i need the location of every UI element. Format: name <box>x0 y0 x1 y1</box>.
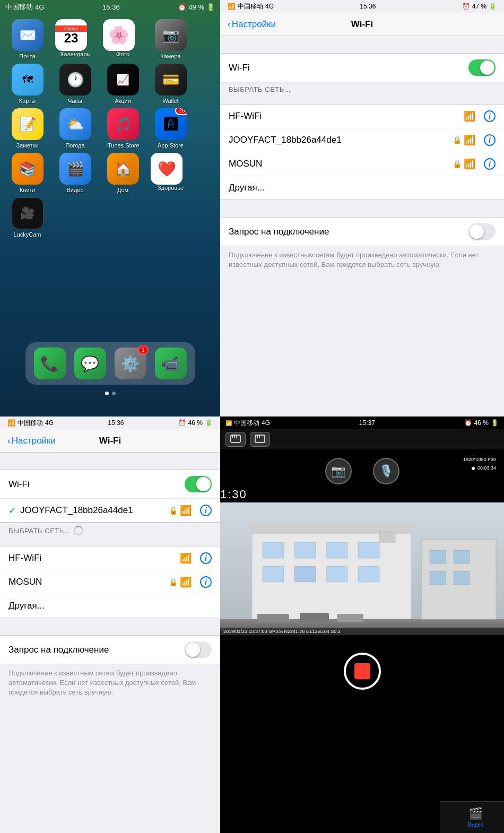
camera-tabbar: 🎬 Видео 📷 Камеры 📁 Папки ⚙️ Настройка <box>440 801 504 833</box>
app-weather[interactable]: ⛅ Погода <box>55 108 95 149</box>
svg-rect-27 <box>454 571 470 585</box>
svg-rect-26 <box>430 571 446 585</box>
photo-capture-btn[interactable]: 📷 <box>325 458 352 484</box>
status-bar: 📶 中国移动 4G 15:36 ⏰ 46 % 🔋 <box>0 416 220 429</box>
app-luckycam[interactable]: 🎥 LuckyCam <box>7 197 47 238</box>
network-info-button[interactable]: i <box>484 134 496 146</box>
network-label: 4G <box>35 3 44 11</box>
network-row-hfwifi[interactable]: HF-WiFi 📶 i <box>0 546 220 570</box>
dock-settings[interactable]: ⚙️ 1 <box>115 348 146 379</box>
back-button[interactable]: ‹ Настройки <box>228 19 276 30</box>
ask-join-note: Подключение к известным сетям будет прои… <box>220 246 504 276</box>
camera-toolbar <box>220 429 504 449</box>
wifi-toggle[interactable] <box>468 59 496 76</box>
clock-label: 15:36 <box>102 3 120 11</box>
connected-ssid: JOOYFACT_18bb26a44de1 <box>20 505 169 516</box>
settings-badge: 1 <box>138 345 149 354</box>
network-row-other[interactable]: Другая... <box>0 594 220 618</box>
app-photos[interactable]: 🌸 Фото <box>103 19 143 59</box>
rec-duration: 00:03:34 <box>477 465 496 471</box>
svg-rect-17 <box>326 566 347 582</box>
dock-phone[interactable]: 📞 <box>34 348 66 379</box>
carrier: 中国移动 <box>18 419 43 428</box>
settings-cam-btn[interactable] <box>250 432 270 447</box>
network-info-button[interactable]: i <box>484 158 496 170</box>
svg-rect-16 <box>294 566 316 582</box>
network-info-button[interactable]: i <box>200 552 212 564</box>
battery: 46 % <box>188 419 203 427</box>
app-health[interactable]: ❤️ Здоровье <box>151 153 190 193</box>
app-tv[interactable]: 🎬 Видео <box>55 153 95 193</box>
wifi-toggle-row[interactable]: Wi-Fi <box>0 470 220 499</box>
ask-join-toggle[interactable] <box>185 641 212 658</box>
app-maps[interactable]: 🗺 Карты <box>7 64 47 104</box>
tab-video[interactable]: 🎬 Видео <box>440 802 504 833</box>
wifi-signal-icon: 📶 <box>180 576 192 588</box>
resolution-badge: 1920*1080 P30 00:03:34 <box>460 456 499 472</box>
status-bar: 中国移动 4G 15:36 ⏰ 49 % 🔋 <box>0 0 220 14</box>
sd-card-btn[interactable] <box>225 432 246 447</box>
record-button[interactable] <box>344 653 381 690</box>
alarm-icon: ⏰ <box>462 3 470 10</box>
app-notes[interactable]: 📝 Заметки <box>7 108 47 149</box>
svg-point-7 <box>472 467 475 470</box>
signal-icon: 📶 <box>225 420 232 426</box>
network-info-button[interactable]: i <box>200 505 212 516</box>
navigation-bar: ‹ Настройки Wi-Fi <box>0 429 220 453</box>
loading-spinner <box>74 526 83 535</box>
checkmark-icon: ✓ <box>8 505 16 516</box>
status-bar: 📶 中国移动 4G 15:36 ⏰ 47 % 🔋 <box>220 0 504 13</box>
network-info-button[interactable]: i <box>200 576 212 588</box>
network-row-other[interactable]: Другая... <box>220 176 504 199</box>
connected-network-row[interactable]: ✓ JOOYFACT_18bb26a44de1 🔒 📶 i <box>0 499 220 522</box>
dock-messages[interactable]: 💬 <box>74 348 106 379</box>
app-camera[interactable]: 📷 Камера <box>151 19 190 59</box>
svg-rect-12 <box>294 542 316 558</box>
network-row-mosun[interactable]: MOSUN 🔒 📶 i <box>220 152 504 176</box>
page-indicator <box>105 392 116 395</box>
app-mail[interactable]: ✉️ Почта <box>7 19 47 59</box>
chevron-left-icon: ‹ <box>7 436 11 446</box>
ask-join-row[interactable]: Запрос на подключение <box>0 636 220 664</box>
ask-join-group: Запрос на подключение <box>220 217 504 246</box>
wifi-settings-connected: 📶 中国移动 4G 15:36 ⏰ 46 % 🔋 ‹ Настройки Wi-… <box>0 416 220 833</box>
wifi-settings-top: 📶 中国移动 4G 15:36 ⏰ 47 % 🔋 ‹ Настройки Wi-… <box>220 0 504 416</box>
carrier: 中国移动 <box>238 2 263 11</box>
wifi-signal-icon: 📶 <box>464 110 475 122</box>
ask-join-toggle[interactable] <box>468 223 496 240</box>
wifi-toggle[interactable] <box>185 476 212 492</box>
app-stocks[interactable]: 📈 Акции <box>103 64 143 104</box>
status-bar-left: 中国移动 4G <box>5 2 44 12</box>
dock-facetime[interactable]: 📹 <box>155 348 187 379</box>
svg-rect-14 <box>358 542 379 558</box>
record-stop-icon <box>354 663 370 679</box>
wifi-label: Wi-Fi <box>229 63 468 73</box>
page-title: Wi-Fi <box>351 19 373 30</box>
camera-controls-area: 📷 🎙️ 00:01:30 1920*1080 P30 00:03:34 <box>220 449 504 502</box>
app-calendar[interactable]: Среда 23 Календарь <box>55 19 95 59</box>
back-button[interactable]: ‹ Настройки <box>7 436 56 446</box>
svg-rect-13 <box>326 542 347 558</box>
app-itunes[interactable]: 🎵 iTunes Store <box>103 108 143 149</box>
status-bar-right: ⏰ 49 % 🔋 <box>178 3 215 11</box>
ask-join-note: Подключение к известным сетям будет прои… <box>0 664 220 704</box>
svg-rect-28 <box>379 532 395 542</box>
app-wallet[interactable]: 💳 Wallet <box>151 64 190 104</box>
app-appstore[interactable]: 🅰 26 App Store <box>151 108 190 149</box>
network-row-mosun[interactable]: MOSUN 🔒 📶 i <box>0 570 220 594</box>
lock-icon: 🔒 <box>453 160 462 168</box>
app-clock[interactable]: 🕐 Часы <box>55 64 95 104</box>
network-row-jooyfact[interactable]: JOOYFACT_18bb26a44de1 🔒 📶 i <box>220 128 504 152</box>
alarm-icon: ⏰ <box>178 419 186 427</box>
ask-join-label: Запрос на подключение <box>8 645 185 655</box>
audio-btn[interactable]: 🎙️ <box>373 458 399 484</box>
wifi-toggle-row[interactable]: Wi-Fi <box>220 54 504 82</box>
carrier: 中国移动 <box>234 419 259 428</box>
ask-join-row[interactable]: Запрос на подключение <box>220 218 504 246</box>
time: 15:37 <box>359 419 375 427</box>
app-home[interactable]: 🏠 Дом <box>103 153 143 193</box>
network-info-button[interactable]: i <box>484 110 496 122</box>
network-row-hfwifi[interactable]: HF-WiFi 📶 i <box>220 105 504 128</box>
app-books[interactable]: 📚 Книги <box>7 153 47 193</box>
lock-icon: 🔒 <box>453 136 462 144</box>
